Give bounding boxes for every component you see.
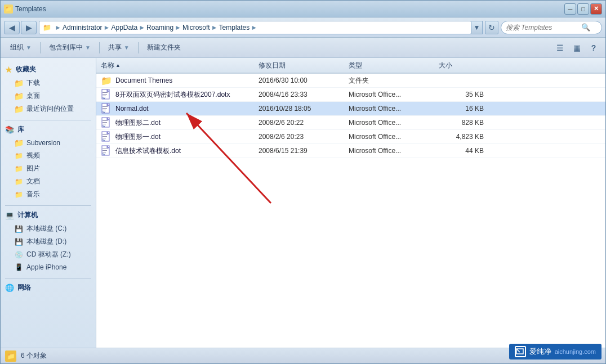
table-row[interactable]: W Normal.dot 2016/10/28 18:05 Microsoft … (96, 102, 605, 116)
path-item-templates[interactable]: Templates (219, 24, 250, 32)
path-item-appdata[interactable]: AppData (111, 24, 137, 32)
svg-rect-10 (103, 106, 108, 107)
toolbar-separator-2 (99, 42, 100, 53)
sidebar-item-documents[interactable]: 📁 文档 (1, 175, 96, 188)
refresh-button[interactable]: ↻ (485, 21, 498, 34)
toolbar: 组织 ▼ 包含到库中 ▼ 共享 ▼ 新建文件夹 ☰ ▦ ? (1, 38, 605, 58)
file-size: 35 KB (439, 91, 484, 98)
sidebar-item-music[interactable]: 📁 音乐 (1, 188, 96, 201)
sidebar-item-drive-c[interactable]: 💾 本地磁盘 (C:) (1, 222, 96, 235)
folder-icon-music: 📁 (14, 190, 23, 199)
path-dropdown[interactable]: ▼ (471, 21, 483, 34)
table-row[interactable]: W 信息技术试卷模板.dot 2008/6/15 21:39 Microsoft… (96, 144, 605, 158)
path-item-roaming[interactable]: Roaming (146, 24, 173, 32)
new-folder-button[interactable]: 新建文件夹 (142, 41, 186, 55)
svg-text:W: W (103, 124, 105, 128)
file-name: Normal.dot (115, 105, 259, 113)
file-list-wrapper: 名称 ▲ 修改日期 类型 大小 📁 (96, 58, 605, 348)
column-headers: 名称 ▲ 修改日期 类型 大小 (96, 58, 605, 74)
sidebar-favorites-section: ★ 收藏夹 📁 下载 📁 桌面 📁 (1, 62, 96, 115)
file-icon-doc4: W (101, 131, 112, 142)
file-type: Microsoft Office... (349, 133, 439, 141)
sidebar-computer-section: 💻 计算机 💾 本地磁盘 (C:) 💾 本地磁盘 (D:) 💿 CD 驱动器 (… (1, 208, 96, 273)
sidebar-network-header[interactable]: 🌐 网络 (1, 281, 96, 295)
maximize-button[interactable]: □ (577, 3, 589, 15)
file-size: 4,823 KB (439, 133, 484, 141)
sidebar-item-pictures[interactable]: 📁 图片 (1, 162, 96, 175)
sidebar-item-downloads[interactable]: 📁 下载 (1, 77, 96, 89)
sidebar-network-section: 🌐 网络 (1, 281, 96, 295)
svg-rect-20 (103, 136, 107, 137)
table-row[interactable]: W 8开双面双页码密封试卷模板2007.dotx 2008/4/16 23:33… (96, 88, 605, 102)
svg-rect-14 (103, 122, 107, 123)
file-icon-doc5: W (101, 145, 112, 156)
toolbar-separator-3 (138, 42, 139, 53)
path-root-icon: 📁 (43, 24, 51, 32)
sidebar-favorites-header[interactable]: ★ 收藏夹 (1, 62, 96, 77)
titlebar-left: 📁 Templates (4, 5, 46, 14)
path-item-admin[interactable]: Administrator (63, 24, 103, 32)
drive-c-icon: 💾 (14, 224, 23, 233)
svg-rect-28 (103, 149, 108, 149)
include-library-arrow: ▼ (85, 44, 91, 51)
col-header-name[interactable]: 名称 ▲ (101, 61, 259, 70)
table-row[interactable]: W 物理图形二.dot 2008/2/6 20:22 Microsoft Off… (96, 116, 605, 130)
path-item-microsoft[interactable]: Microsoft (182, 24, 210, 32)
star-icon: ★ (5, 65, 12, 74)
back-button[interactable]: ◀ (4, 21, 20, 34)
svg-text:W: W (103, 96, 105, 100)
help-button[interactable]: ? (586, 41, 601, 55)
search-input[interactable] (506, 24, 579, 32)
share-button[interactable]: 共享 ▼ (103, 41, 135, 55)
sidebar-item-drive-z[interactable]: 💿 CD 驱动器 (Z:) (1, 248, 96, 261)
file-type: Microsoft Office... (349, 147, 439, 155)
file-icon-doc: W (101, 89, 112, 100)
address-path[interactable]: 📁 ► Administrator ► AppData ► Roaming ► … (39, 21, 471, 34)
minimize-button[interactable]: ─ (564, 3, 576, 15)
search-icon: 🔍 (581, 23, 590, 32)
sidebar-computer-header[interactable]: 💻 计算机 (1, 208, 96, 222)
col-header-type[interactable]: 类型 (349, 61, 439, 70)
folder-icon-recent: 📁 (14, 105, 23, 114)
folder-icon-downloads: 📁 (14, 79, 23, 88)
sidebar-item-iphone[interactable]: 📱 Apple iPhone (1, 261, 96, 273)
sidebar-item-video[interactable]: 📁 视频 (1, 149, 96, 162)
file-name: 物理图形一.dot (115, 132, 259, 142)
file-name: 物理图形二.dot (115, 118, 259, 128)
iphone-icon: 📱 (14, 263, 23, 272)
file-name: Document Themes (115, 77, 259, 84)
col-header-modified[interactable]: 修改日期 (259, 61, 349, 70)
file-name: 8开双面双页码密封试卷模板2007.dotx (115, 90, 259, 100)
table-row[interactable]: W 物理图形一.dot 2008/2/6 20:23 Microsoft Off… (96, 130, 605, 144)
sidebar: ★ 收藏夹 📁 下载 📁 桌面 📁 (1, 58, 96, 348)
svg-line-33 (516, 349, 520, 352)
search-box[interactable]: 🔍 (501, 21, 602, 34)
include-library-button[interactable]: 包含到库中 ▼ (44, 41, 96, 55)
nav-buttons: ◀ ▶ (4, 21, 37, 34)
folder-icon-documents: 📁 (14, 177, 23, 186)
sidebar-item-drive-d[interactable]: 💾 本地磁盘 (D:) (1, 235, 96, 248)
computer-icon: 💻 (5, 211, 14, 219)
sidebar-item-desktop[interactable]: 📁 桌面 (1, 89, 96, 102)
folder-icon-pictures: 📁 (14, 164, 23, 173)
forward-button[interactable]: ▶ (21, 21, 37, 34)
watermark-text: 爱纯净 (529, 347, 551, 357)
file-date: 2008/2/6 20:23 (259, 133, 349, 141)
svg-rect-22 (103, 134, 108, 135)
svg-text:W: W (103, 152, 105, 156)
col-header-size[interactable]: 大小 (439, 61, 484, 70)
folder-icon-video: 📁 (14, 151, 23, 160)
sidebar-item-subversion[interactable]: 📁 Subversion (1, 137, 96, 149)
main-content: ★ 收藏夹 📁 下载 📁 桌面 📁 (1, 58, 605, 348)
file-date: 2008/2/6 20:22 (259, 119, 349, 127)
close-button[interactable]: ✕ (590, 3, 602, 15)
file-type: Microsoft Office... (349, 91, 439, 98)
organize-button[interactable]: 组织 ▼ (5, 41, 37, 55)
sidebar-library-header[interactable]: 📚 库 (1, 123, 96, 137)
explorer-window: 📁 Templates ─ □ ✕ ◀ ▶ 📁 ► Administrator … (0, 0, 606, 364)
table-row[interactable]: 📁 Document Themes 2016/6/30 10:00 文件夹 (96, 74, 605, 88)
sidebar-item-recent[interactable]: 📁 最近访问的位置 (1, 102, 96, 115)
view-details-button[interactable]: ▦ (569, 41, 584, 55)
drive-d-icon: 💾 (14, 237, 23, 246)
view-change-button[interactable]: ☰ (552, 41, 567, 55)
